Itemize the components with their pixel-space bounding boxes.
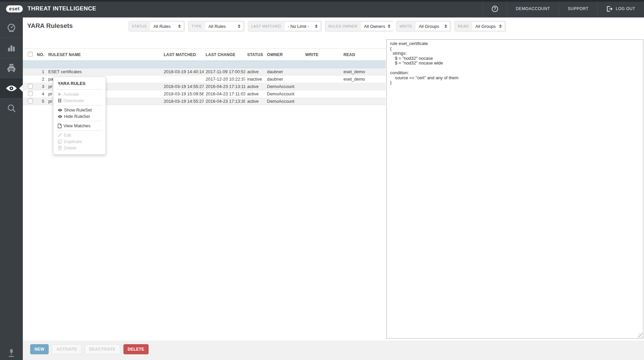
select-all-checkbox[interactable] [28,52,33,57]
owner: DemoAccount [265,99,303,104]
sidebar-item-automobile[interactable] [0,58,23,78]
filter-status-value: All Rules [153,24,175,29]
menu-item-label: Show RuleSet [64,107,92,113]
new-button[interactable]: NEW [30,344,49,354]
topbar-menu: ? DEMOACCOUNT SUPPORT LOG OUT [483,0,644,17]
filter-rules-owner: RULES OWNER All Owners [325,21,393,32]
column-header-write: WRITE [303,52,341,57]
sidebar-item-search[interactable] [0,98,23,118]
row-checkbox[interactable] [28,98,33,103]
filter-status-label: STATUS [129,24,150,28]
menu-item-delete: Delete [53,145,106,151]
document-icon [58,124,62,128]
menu-item-label: Delete [64,145,76,150]
column-header-last-matched: LAST MATCHED [162,52,204,57]
account-menu-item[interactable]: DEMOACCOUNT [507,0,559,17]
table-row[interactable]: 1 ESET certificates 2018-03-19 14:40:14 … [23,68,386,76]
read-group: eset_demo [341,69,386,74]
resize-handle[interactable] [638,333,643,338]
column-header-last-change: LAST CHANGE [204,52,245,57]
filter-type-select[interactable]: All Rules [205,22,243,30]
menu-item-label: Edit [64,133,71,138]
filter-read-value: All Groups [475,24,496,29]
owner: daubner [265,77,303,82]
logout-icon [606,6,613,12]
row-number: 1 [36,69,46,74]
delete-button[interactable]: DELETE [123,344,149,354]
sidebar-item-reports[interactable] [0,38,23,58]
column-header-status: STATUS [245,52,265,57]
pin-sidebar-button[interactable] [0,349,23,358]
row-checkbox[interactable] [28,84,33,89]
filter-type: TYPE All Rules [188,21,245,32]
menu-item-label: Duplicate [64,139,82,144]
trash-icon [58,146,62,150]
row-checkbox[interactable] [28,91,33,96]
filter-type-value: All Rules [208,24,235,29]
filter-write-select[interactable]: All Groups [416,22,449,30]
table-header-row: NO. RULESET NAME LAST MATCHED LAST CHANG… [23,49,386,60]
filter-type-label: TYPE [189,24,205,28]
eset-logo-text: eset [9,6,20,11]
menu-item-view-matches[interactable]: View Matches [53,123,106,129]
filter-status-select[interactable]: All Rules [150,22,183,30]
footer-buttons: NEW ACTIVATE DEACTIVATE DELETE [30,344,149,354]
filter-status: STATUS All Rules [128,21,185,32]
filter-read-label: READ [455,24,472,28]
last-change: 2017-12-20 10:22:37 [204,77,245,82]
help-button[interactable]: ? [483,0,507,17]
context-menu: YARA RULES Activate Deactivate Show Rule… [53,77,106,155]
filter-rules-owner-label: RULES OWNER [325,24,360,28]
menu-separator [57,121,102,121]
filter-last-matched-select[interactable]: - No Limit - [285,22,320,30]
menu-item-edit: Edit [53,132,106,138]
question-icon: ? [492,6,498,12]
filter-read: READ All Groups [454,21,506,32]
filter-write-label: WRITE [396,24,415,28]
menu-item-hide-ruleset[interactable]: Hide RuleSet [53,113,106,120]
yara-rule-editor[interactable]: rule eset_certificate { strings: $ = "no… [386,39,643,339]
menu-item-show-ruleset[interactable]: Show RuleSet [53,107,106,113]
sidebar [0,17,23,360]
sidebar-item-yara-rulesets[interactable] [0,78,23,98]
owner: DemoAccount [265,84,303,89]
row-number: 5 [36,99,46,104]
deactivate-button: DEACTIVATE [85,344,120,354]
sort-arrows-icon [444,25,447,28]
pause-icon [58,98,62,103]
sort-arrows-icon [499,25,502,28]
menu-item-deactivate: Deactivate [53,97,106,104]
menu-item-label: Deactivate [63,98,84,103]
column-header-read: READ [341,52,386,57]
duplicate-icon [58,139,62,144]
activate-button: ACTIVATE [52,344,81,354]
column-header-ruleset-name: RULESET NAME [46,52,162,57]
owner: daubner [265,69,303,74]
last-change: 2017-11-09 17:00:53 [204,69,245,74]
eye-icon [6,85,17,92]
filter-rules-owner-select[interactable]: All Owners [361,22,393,30]
footer-toolbar: NEW ACTIVATE DEACTIVATE DELETE [23,341,644,360]
product-title: THREAT INTELLIGENCE [28,5,96,12]
filter-last-matched: LAST MATCHED - No Limit - [248,21,322,32]
menu-item-label: Activate [63,92,79,97]
filter-rules-owner-value: All Owners [364,24,385,29]
last-change: 2016-04-23 17:13:11 [204,84,245,89]
selected-empty-row[interactable] [23,60,386,68]
brand: eset THREAT INTELLIGENCE [0,0,96,17]
active-item-pointer [19,85,23,92]
row-number: 4 [36,91,46,96]
filter-read-select[interactable]: All Groups [472,22,504,30]
menu-separator [57,105,102,105]
sort-arrows-icon [238,25,240,28]
row-number: 2 [36,77,46,82]
eset-logo: eset [6,5,23,12]
last-matched: 2018-03-19 14:55:27 [162,99,204,104]
gauge-icon [6,23,16,33]
last-matched: 2018-03-19 15:09:56 [162,91,204,96]
support-menu-item[interactable]: SUPPORT [559,0,597,17]
car-icon [6,64,17,73]
logout-button[interactable]: LOG OUT [597,0,644,17]
status: active [245,91,265,96]
sidebar-item-dashboard[interactable] [0,17,23,38]
